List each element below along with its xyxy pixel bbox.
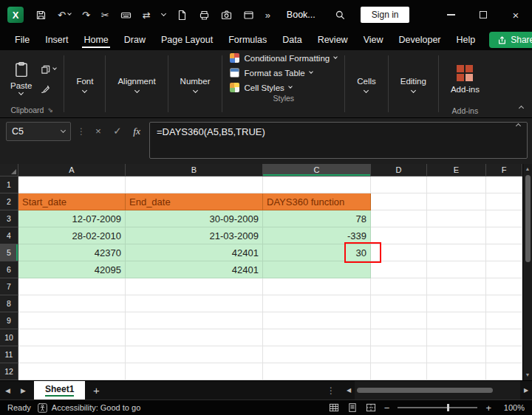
sheetbar-more-handle[interactable]: ⋮ bbox=[319, 385, 343, 396]
maximize-button[interactable] bbox=[467, 0, 499, 30]
insert-function-button[interactable]: fx bbox=[130, 122, 143, 141]
addins-button[interactable]: Add-ins bbox=[443, 53, 487, 106]
normal-view-button[interactable] bbox=[329, 402, 339, 413]
row-header-6[interactable]: 6 bbox=[0, 261, 18, 278]
cell-E7[interactable] bbox=[427, 278, 486, 295]
row-header-9[interactable]: 9 bbox=[0, 312, 18, 329]
cell-C6[interactable] bbox=[263, 261, 371, 278]
name-box[interactable]: C5 bbox=[6, 122, 71, 141]
menu-tab-page-layout[interactable]: Page Layout bbox=[160, 32, 214, 49]
cell-C4[interactable]: -339 bbox=[263, 227, 371, 244]
cell-B1[interactable] bbox=[126, 176, 263, 193]
cell-B10[interactable] bbox=[126, 329, 263, 346]
row-header-3[interactable]: 3 bbox=[0, 210, 18, 227]
formula-bar-collapse-icon[interactable] bbox=[516, 123, 521, 128]
format-painter-button[interactable] bbox=[41, 83, 56, 94]
cell-F4[interactable] bbox=[486, 227, 522, 244]
cell-B2[interactable]: End_date bbox=[126, 193, 263, 210]
cell-A9[interactable] bbox=[18, 312, 126, 329]
undo-chevron-icon[interactable] bbox=[67, 11, 72, 16]
column-header-F[interactable]: F bbox=[486, 164, 522, 176]
cell-F6[interactable] bbox=[486, 261, 522, 278]
cell-E2[interactable] bbox=[427, 193, 486, 210]
cell-E5[interactable] bbox=[427, 244, 486, 261]
cell-A7[interactable] bbox=[18, 278, 126, 295]
enter-formula-button[interactable]: ✓ bbox=[111, 122, 124, 141]
cell-E1[interactable] bbox=[427, 176, 486, 193]
cell-F7[interactable] bbox=[486, 278, 522, 295]
row-header-8[interactable]: 8 bbox=[0, 295, 18, 312]
excel-app-icon[interactable]: X bbox=[7, 7, 24, 23]
cell-D1[interactable] bbox=[371, 176, 427, 193]
share-button[interactable]: Share bbox=[489, 32, 532, 48]
cell-F9[interactable] bbox=[486, 312, 522, 329]
accessibility-status[interactable]: Accessibility: Good to go bbox=[38, 403, 140, 413]
cell-B5[interactable]: 42401 bbox=[126, 244, 263, 261]
cell-F2[interactable] bbox=[486, 193, 522, 210]
cell-A5[interactable]: 42370 bbox=[18, 244, 126, 261]
menu-tab-help[interactable]: Help bbox=[455, 32, 477, 49]
keyboard-icon[interactable] bbox=[120, 10, 132, 21]
paste-button[interactable]: Paste bbox=[4, 53, 38, 104]
collapse-ribbon-chevron-icon[interactable] bbox=[519, 98, 523, 112]
column-header-E[interactable]: E bbox=[427, 164, 486, 176]
qat-more-icon[interactable]: » bbox=[265, 10, 270, 20]
cell-E6[interactable] bbox=[427, 261, 486, 278]
row-header-5[interactable]: 5 bbox=[0, 244, 18, 261]
menu-tab-draw[interactable]: Draw bbox=[123, 32, 147, 49]
zoom-in-button[interactable]: + bbox=[485, 402, 491, 414]
cell-D4[interactable] bbox=[371, 227, 427, 244]
cell-A8[interactable] bbox=[18, 295, 126, 312]
menu-tab-insert[interactable]: Insert bbox=[44, 32, 69, 49]
row-header-11[interactable]: 11 bbox=[0, 346, 18, 363]
copy-button[interactable] bbox=[41, 64, 56, 75]
cell-E12[interactable] bbox=[427, 363, 486, 380]
switch-windows-icon[interactable]: ⇄ bbox=[143, 10, 151, 20]
qat-overflow-chevron-icon[interactable] bbox=[162, 13, 166, 17]
zoom-out-button[interactable]: − bbox=[384, 402, 390, 414]
vertical-scrollbar[interactable]: ▲ ▼ bbox=[522, 164, 532, 380]
cell-E4[interactable] bbox=[427, 227, 486, 244]
menu-tab-view[interactable]: View bbox=[362, 32, 385, 49]
cell-styles-button[interactable]: Cell Styles bbox=[230, 83, 337, 92]
undo-button[interactable]: ↶ bbox=[58, 10, 71, 20]
save-icon[interactable] bbox=[35, 10, 47, 21]
window-icon[interactable] bbox=[243, 10, 254, 21]
cell-C10[interactable] bbox=[263, 329, 371, 346]
column-header-C[interactable]: C bbox=[263, 164, 371, 176]
cell-B8[interactable] bbox=[126, 295, 263, 312]
minimize-button[interactable] bbox=[434, 0, 467, 30]
cell-C12[interactable] bbox=[263, 363, 371, 380]
cell-D10[interactable] bbox=[371, 329, 427, 346]
spreadsheet-grid[interactable]: ABCDEF12Start_dateEnd_dateDAYS360 functi… bbox=[0, 164, 522, 380]
cell-A6[interactable]: 42095 bbox=[18, 261, 126, 278]
formula-input[interactable]: =DAYS360(A5,B5,TRUE) bbox=[149, 122, 528, 159]
cell-D8[interactable] bbox=[371, 295, 427, 312]
cell-D2[interactable] bbox=[371, 193, 427, 210]
zoom-slider[interactable] bbox=[398, 407, 477, 408]
cell-B4[interactable]: 21-03-2009 bbox=[126, 227, 263, 244]
close-button[interactable]: × bbox=[499, 0, 532, 30]
cell-B3[interactable]: 30-09-2009 bbox=[126, 210, 263, 227]
menu-tab-developer[interactable]: Developer bbox=[398, 32, 443, 49]
cell-A1[interactable] bbox=[18, 176, 126, 193]
cell-C2[interactable]: DAYS360 function bbox=[263, 193, 371, 210]
cancel-formula-button[interactable]: × bbox=[92, 122, 105, 141]
cell-F11[interactable] bbox=[486, 346, 522, 363]
name-box-chevron-icon[interactable] bbox=[61, 127, 66, 132]
cell-D5[interactable] bbox=[371, 244, 427, 261]
editing-menu-button[interactable]: Editing bbox=[393, 53, 434, 117]
cell-E3[interactable] bbox=[427, 210, 486, 227]
select-all-corner[interactable] bbox=[0, 164, 18, 176]
row-header-7[interactable]: 7 bbox=[0, 278, 18, 295]
camera-icon[interactable] bbox=[221, 10, 232, 21]
search-icon[interactable] bbox=[335, 10, 346, 21]
column-header-A[interactable]: A bbox=[18, 164, 126, 176]
cell-A12[interactable] bbox=[18, 363, 126, 380]
zoom-slider-thumb[interactable] bbox=[447, 404, 449, 411]
cell-C3[interactable]: 78 bbox=[263, 210, 371, 227]
cell-B7[interactable] bbox=[126, 278, 263, 295]
add-sheet-button[interactable]: + bbox=[85, 384, 107, 397]
cell-F3[interactable] bbox=[486, 210, 522, 227]
new-document-icon[interactable] bbox=[177, 10, 188, 21]
